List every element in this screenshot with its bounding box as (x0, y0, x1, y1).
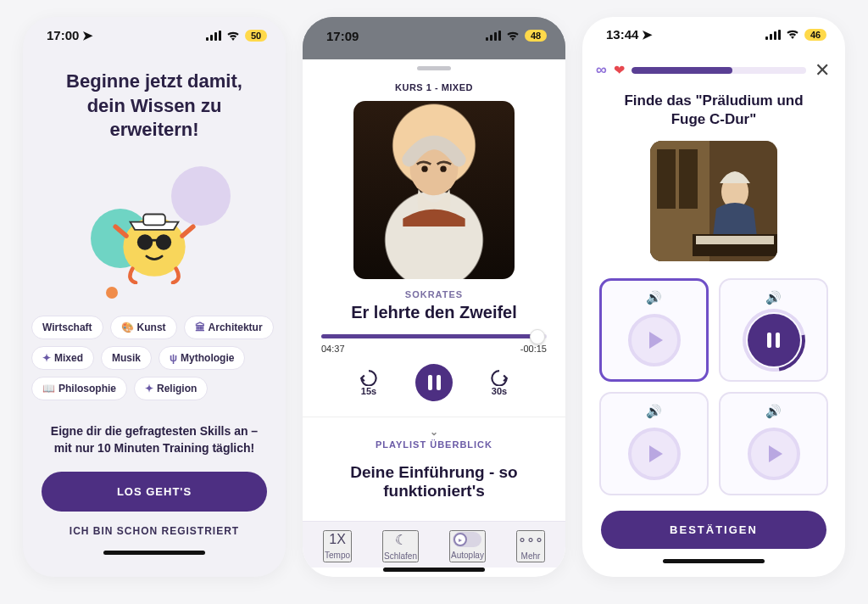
tempo-button[interactable]: 1X Tempo (323, 530, 352, 562)
chip-wirtschaft[interactable]: Wirtschaft (31, 316, 103, 339)
player-bottom-bar: 1X Tempo ☾ Schlafen ▸ Autoplay ∘∘∘ Mehr (303, 521, 565, 568)
close-icon: ✕ (815, 59, 830, 81)
chip-mythologie[interactable]: ψMythologie (159, 346, 245, 370)
playlist-toggle[interactable]: ⌄ PLAYLIST ÜBERBLICK (303, 417, 565, 455)
battery-indicator: 46 (804, 29, 826, 41)
myth-icon: ψ (170, 352, 177, 364)
time-remaining: -00:15 (520, 344, 547, 354)
chip-philosophie[interactable]: 📖Philosophie (31, 377, 127, 400)
signal-icon (206, 31, 221, 41)
answer-option-1[interactable]: 🔊 (599, 278, 709, 382)
pause-icon (748, 314, 800, 366)
chip-architektur[interactable]: 🏛Architektur (184, 316, 274, 339)
battery-indicator: 50 (245, 30, 267, 42)
svg-rect-4 (151, 239, 157, 242)
close-button[interactable]: ✕ (813, 59, 832, 81)
chip-mixed[interactable]: ✦Mixed (31, 346, 94, 370)
progress-slider[interactable] (303, 322, 565, 338)
status-bar: 17:09 48 (303, 17, 565, 54)
status-bar: 17:00➤ 50 (23, 17, 286, 54)
skip-back-button[interactable]: 15s (358, 369, 380, 396)
pause-button[interactable] (415, 364, 453, 401)
confirm-button[interactable]: BESTÄTIGEN (601, 511, 826, 549)
status-time: 13:44➤ (606, 27, 653, 42)
status-bar: 13:44➤ 46 (582, 17, 845, 53)
wifi-icon (226, 29, 240, 43)
svg-point-2 (137, 235, 153, 250)
onboarding-screen: 17:00➤ 50 Beginne jetzt damit, dein Wiss… (23, 17, 286, 577)
speaker-name: SOKRATES (303, 279, 565, 299)
religion-icon: ✦ (145, 383, 153, 394)
sleep-button[interactable]: ☾ Schlafen (382, 530, 419, 562)
status-right: 46 (765, 27, 826, 42)
subtitle: Eigne dir die gefragtesten Skills an – m… (23, 405, 286, 457)
hero-illustration (40, 149, 269, 310)
shuffle-icon: ✦ (42, 352, 51, 364)
answer-option-2[interactable]: 🔊 (719, 278, 828, 382)
svg-point-3 (156, 235, 171, 250)
status-right: 50 (206, 29, 267, 43)
next-lesson-title: Deine Einführung - so funktioniert's (303, 455, 565, 501)
home-indicator (383, 568, 485, 572)
more-icon: ∘∘∘ (518, 532, 543, 548)
portrait-icon (394, 133, 474, 226)
cta-area: LOS GEHT'S ICH BIN SCHON REGISTRIERT (23, 472, 286, 577)
chip-kunst[interactable]: 🎨Kunst (110, 316, 177, 339)
skip-forward-button[interactable]: 30s (488, 369, 510, 396)
question-text: Finde das "Präludium und Fuge C-Dur" (582, 81, 845, 129)
autoplay-toggle-button[interactable]: ▸ Autoplay (449, 530, 486, 562)
svg-rect-1 (143, 215, 165, 226)
svg-rect-10 (657, 149, 676, 209)
wifi-icon (506, 29, 520, 43)
slider-thumb[interactable] (530, 329, 545, 344)
course-label: KURS 1 - MIXED (303, 70, 565, 92)
tempo-value: 1X (329, 532, 346, 547)
more-button[interactable]: ∘∘∘ Mehr (516, 530, 545, 562)
play-icon (748, 428, 800, 480)
svg-rect-11 (679, 149, 698, 209)
building-icon: 🏛 (195, 322, 205, 333)
forward-icon (488, 369, 510, 386)
composer-illustration (650, 141, 777, 261)
volume-icon: 🔊 (765, 404, 782, 419)
status-time: 17:00➤ (47, 28, 93, 43)
decor-circle (106, 287, 118, 299)
volume-icon: 🔊 (646, 290, 662, 305)
quiz-screen: 13:44➤ 46 ∞ ❤ ✕ Finde das "Präludium und… (582, 17, 845, 577)
login-button[interactable]: ICH BIN SCHON REGISTRIERT (42, 512, 267, 551)
chevron-down-icon: ⌄ (303, 426, 565, 438)
player-controls: 15s 30s (303, 354, 565, 410)
rewind-icon (358, 369, 380, 386)
topic-chips: Wirtschaft 🎨Kunst 🏛Architektur ✦Mixed Mu… (23, 310, 286, 405)
confirm-area: BESTÄTIGEN (582, 495, 845, 577)
chip-musik[interactable]: Musik (101, 346, 152, 370)
svg-point-6 (421, 165, 427, 171)
heart-icon: ❤ (614, 62, 625, 78)
answer-option-3[interactable]: 🔊 (599, 392, 709, 495)
answer-option-4[interactable]: 🔊 (719, 392, 828, 495)
lesson-artwork (353, 101, 515, 279)
volume-icon: 🔊 (646, 404, 662, 419)
pause-icon (428, 375, 441, 390)
svg-rect-14 (696, 236, 774, 244)
start-button[interactable]: LOS GEHT'S (42, 472, 267, 512)
moon-icon: ☾ (395, 532, 407, 548)
home-indicator (103, 551, 205, 555)
mascot-icon (108, 191, 201, 284)
chip-religion[interactable]: ✦Religion (134, 377, 208, 400)
location-icon: ➤ (642, 27, 653, 42)
volume-icon: 🔊 (765, 290, 782, 305)
answer-grid: 🔊 🔊 🔊 🔊 (582, 261, 845, 495)
status-right: 48 (486, 29, 547, 43)
quiz-progress (632, 67, 806, 74)
player-screen: 17:09 48 KURS 1 - MIXED SOKRATES Er lehr… (303, 17, 565, 577)
wifi-icon (786, 27, 799, 42)
time-elapsed: 04:37 (321, 344, 345, 354)
svg-point-7 (440, 165, 446, 171)
signal-icon (486, 31, 501, 41)
play-icon (628, 428, 681, 480)
sheet-backdrop: 17:09 48 (303, 17, 565, 59)
battery-indicator: 48 (525, 30, 547, 42)
time-labels: 04:37 -00:15 (303, 338, 565, 354)
page-title: Beginne jetzt damit, dein Wissen zu erwe… (23, 54, 286, 149)
